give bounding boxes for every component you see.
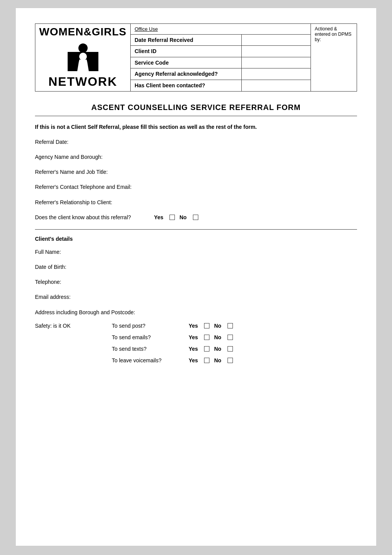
safety-options-1: Yes No <box>189 334 233 340</box>
office-use-cell: Office Use <box>131 24 311 35</box>
referrer-name-label: Referrer's Name and Job Title: <box>35 169 108 175</box>
email-field: Email address: <box>35 292 357 302</box>
safety-question-3: To leave voicemails? <box>112 357 189 363</box>
logo-cell: WOMEN&GIRLS <box>35 24 131 92</box>
safety-yes-label-0: Yes <box>189 323 198 329</box>
row-date-referral: Date Referral Received <box>131 34 242 46</box>
safety-question-1: To send emails? <box>112 334 189 340</box>
actioned-cell: Actioned & entered on DPMS by: <box>311 24 357 92</box>
safety-no-label-3: No <box>214 357 221 363</box>
referrer-contact-field: Referrer's Contact Telephone and Email: <box>35 182 357 192</box>
dob-field: Date of Birth: <box>35 262 357 272</box>
referrer-relationship-field: Referrer's Relationship to Client: <box>35 198 357 207</box>
knows-yes-checkbox[interactable] <box>169 215 175 220</box>
safety-prefix: Safety: is it OK <box>35 323 112 329</box>
agency-referral-label: Agency Referral acknowledged? <box>135 71 218 77</box>
svg-point-6 <box>75 58 79 62</box>
full-name-field: Full Name: <box>35 247 357 257</box>
safety-no-checkbox-0[interactable] <box>228 323 233 328</box>
office-use-label: Office Use <box>135 26 158 32</box>
date-referral-label: Date Referral Received <box>135 37 193 43</box>
safety-no-checkbox-2[interactable] <box>228 346 233 352</box>
safety-no-label-2: No <box>214 346 221 352</box>
agency-referral-value <box>242 68 311 80</box>
agency-name-field: Agency Name and Borough: <box>35 152 357 162</box>
safety-row-texts: To send texts? Yes No <box>35 346 357 352</box>
knows-no-label: No <box>179 213 187 222</box>
agency-name-label: Agency Name and Borough: <box>35 154 103 160</box>
email-label: Email address: <box>35 294 71 300</box>
telephone-field: Telephone: <box>35 277 357 287</box>
svg-point-7 <box>87 58 91 62</box>
logo-women-girls: WOMEN&GIRLS <box>39 26 126 38</box>
referrer-relationship-label: Referrer's Relationship to Client: <box>35 199 112 205</box>
safety-row-voicemail: To leave voicemails? Yes No <box>35 357 357 363</box>
safety-question-2: To send texts? <box>112 346 189 352</box>
full-name-label: Full Name: <box>35 249 61 255</box>
header-table: WOMEN&GIRLS <box>35 23 357 92</box>
row-service-code: Service Code <box>131 57 242 68</box>
referrer-name-field: Referrer's Name and Job Title: <box>35 167 357 177</box>
safety-yes-checkbox-3[interactable] <box>204 358 209 363</box>
safety-question-0: To send post? <box>112 323 189 329</box>
knows-referral-row: Does the client know about this referral… <box>35 213 357 222</box>
safety-yes-checkbox-0[interactable] <box>204 323 209 328</box>
safety-no-label-1: No <box>214 334 221 340</box>
safety-no-checkbox-1[interactable] <box>228 335 233 340</box>
logo-icon <box>68 40 98 71</box>
safety-yes-label-2: Yes <box>189 346 198 352</box>
client-section-heading: Client's details <box>35 236 357 242</box>
address-field: Address including Borough and Postcode: <box>35 308 357 317</box>
safety-no-label-0: No <box>214 323 221 329</box>
logo-network: NETWORK <box>39 75 126 89</box>
service-code-label: Service Code <box>135 60 169 66</box>
knows-referral-label: Does the client know about this referral… <box>35 213 131 222</box>
referrer-contact-label: Referrer's Contact Telephone and Email: <box>35 184 131 190</box>
knows-yes-label: Yes <box>154 213 163 222</box>
svg-marker-5 <box>77 60 89 71</box>
row-client-id: Client ID <box>131 46 242 57</box>
dob-label: Date of Birth: <box>35 264 66 270</box>
referral-date-field: Referral Date: <box>35 137 357 147</box>
page: WOMEN&GIRLS <box>15 8 377 546</box>
safety-row-post: Safety: is it OK To send post? Yes No <box>35 323 357 329</box>
safety-options-3: Yes No <box>189 357 233 363</box>
client-id-label: Client ID <box>135 48 156 54</box>
row-client-contacted: Has Client been contacted? <box>131 80 242 92</box>
address-label: Address including Borough and Postcode: <box>35 309 135 315</box>
date-referral-value <box>242 34 311 46</box>
safety-options-0: Yes No <box>189 323 233 329</box>
referral-date-label: Referral Date: <box>35 139 68 145</box>
svg-point-4 <box>79 53 87 60</box>
title-divider <box>35 116 357 116</box>
safety-yes-checkbox-2[interactable] <box>204 346 209 352</box>
client-contacted-label: Has Client been contacted? <box>135 82 205 88</box>
service-code-value <box>242 57 311 68</box>
safety-yes-label-1: Yes <box>189 334 198 340</box>
actioned-label: Actioned & entered on DPMS by: <box>315 26 351 42</box>
section-divider-1 <box>35 229 357 230</box>
client-contacted-value <box>242 80 311 92</box>
safety-row-email: To send emails? Yes No <box>35 334 357 340</box>
knows-no-checkbox[interactable] <box>193 215 198 220</box>
knows-referral-yes-no: Yes No <box>154 213 198 222</box>
safety-yes-checkbox-1[interactable] <box>204 335 209 340</box>
telephone-label: Telephone: <box>35 279 61 285</box>
safety-no-checkbox-3[interactable] <box>228 358 233 363</box>
client-id-value <box>242 46 311 57</box>
section-intro: If this is not a Client Self Referral, p… <box>35 123 357 131</box>
svg-point-1 <box>78 43 88 53</box>
row-agency-referral: Agency Referral acknowledged? <box>131 68 242 80</box>
safety-yes-label-3: Yes <box>189 357 198 363</box>
safety-options-2: Yes No <box>189 346 233 352</box>
page-title: ASCENT COUNSELLING SERVICE REFERRAL FORM <box>35 103 357 112</box>
